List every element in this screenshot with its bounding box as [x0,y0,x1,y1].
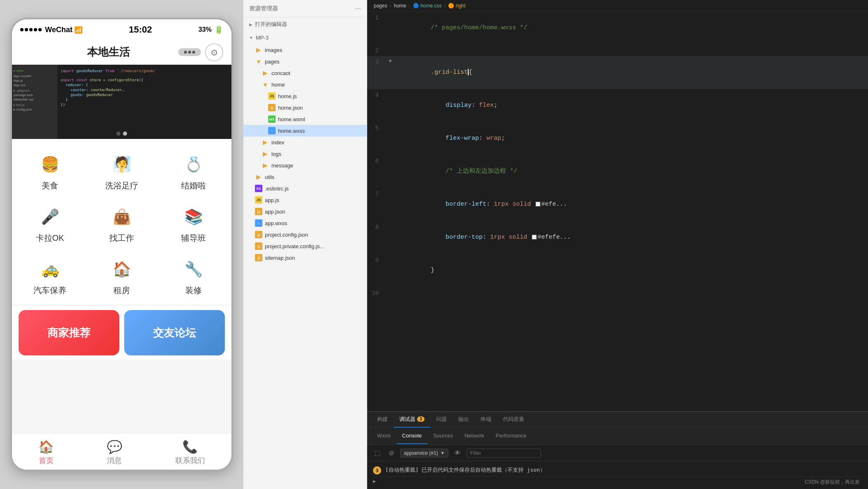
camera-button[interactable]: ⊙ [205,43,223,61]
tree-item-project-private[interactable]: {} project.private.config.js... [243,240,367,252]
opened-editors-triangle: ▶ [249,22,252,27]
banner-forum[interactable]: 交友论坛 [124,310,225,355]
eye-button[interactable]: 👁 [453,448,462,458]
header-actions[interactable]: ⊙ [178,43,223,61]
tree-item-eslint[interactable]: ES .eslintrc.js [243,183,367,194]
tree-item-pages[interactable]: ▼ pages [243,56,367,67]
tree-item-home-wxss[interactable]: ~ home.wxss [243,125,367,136]
breadcrumb-pages: pages [374,3,387,9]
nav-message[interactable]: 💬 消息 [107,440,122,465]
folder-icon-utils: ▶ [255,173,262,181]
json-icon-project-config: {} [255,231,262,238]
menu-label-spa: 洗浴足疗 [105,180,138,191]
context-label: appservice (#1) [404,450,438,456]
code-line-7: 7 border-left: 1rpx solid #efe... [367,188,868,221]
tab-problems[interactable]: 问题 [430,412,453,428]
project-config-label: project.config.json [265,232,308,238]
code-preview-carousel[interactable]: ▸ store App.counter App.js App.css ▸ .gi… [12,65,231,139]
line-num-4: 4 [367,89,387,100]
phone-simulator: WeChat 📶 15:02 33% 🔋 本地生活 ⊙ [0,0,243,489]
tree-item-app-json[interactable]: {} app.json [243,206,367,217]
block-button[interactable]: ⊘ [386,448,396,458]
tree-item-concaot[interactable]: ▶ concaot [243,67,367,79]
devtools-console: 3 [自动热重载] 已开启代码文件保存后自动热重载（不支持 json） ▶ [367,461,868,489]
menu-item-spa[interactable]: 🧖 洗浴足疗 [88,147,156,195]
console-arrow-1[interactable]: ▶ [373,477,862,486]
folder-icon-images: ▶ [255,46,262,54]
tree-item-message[interactable]: ▶ message [243,160,367,171]
folder-icon-logs: ▶ [262,150,269,158]
devtools-main-tabs: 构建 调试器 3 问题 输出 终端 代码质量 [367,412,868,428]
opened-editors-section[interactable]: ▶ 打开的编辑器 [243,17,367,31]
spa-icon: 🧖 [108,151,135,178]
more-button[interactable] [178,48,201,56]
subtab-performance[interactable]: Performance [490,428,532,444]
home-folder-label: home [271,82,285,88]
menu-item-decor[interactable]: 🔧 装修 [160,252,227,300]
subtab-sources[interactable]: Sources [427,428,459,444]
tree-item-logs[interactable]: ▶ logs [243,148,367,160]
tree-item-home-folder[interactable]: ▼ home [243,79,367,90]
file-tree-more-button[interactable]: ··· [355,4,361,13]
menu-item-karaoke[interactable]: 🎤 卡拉OK [16,200,84,248]
banner-merchant[interactable]: 商家推荐 [19,310,119,355]
tree-item-app-wxss[interactable]: ~ app.wxss [243,217,367,229]
subtab-sources-label: Sources [433,433,453,439]
tab-terminal[interactable]: 终端 [475,412,497,428]
tree-item-project-config[interactable]: {} project.config.json [243,229,367,240]
tab-build[interactable]: 构建 [371,412,394,428]
tree-item-index[interactable]: ▶ index [243,136,367,148]
menu-label-wedding: 结婚啦 [181,180,206,191]
tree-item-home-wxml[interactable]: WX home.wxml [243,113,367,125]
tree-item-app-js[interactable]: JS app.js [243,194,367,206]
code-sidebar-mini: ▸ store App.counter App.js App.css ▸ .gi… [12,65,57,139]
menu-label-job: 找工作 [109,233,134,244]
tree-item-images[interactable]: ▶ images [243,44,367,56]
tree-item-home-js[interactable]: JS home.js [243,90,367,102]
breadcrumb-sep-1: › [390,3,392,9]
devtools-container: 构建 调试器 3 问题 输出 终端 代码质量 [367,411,868,489]
line-content-10 [394,287,868,290]
home-wxml-label: home.wxml [278,116,305,122]
page-title: 本地生活 [87,45,130,59]
menu-item-rental[interactable]: 🏠 租房 [88,252,156,300]
nav-contact[interactable]: 📞 联系我们 [175,440,205,465]
file-tree-title: 资源管理器 [249,5,278,12]
menu-item-wedding[interactable]: 💍 结婚啦 [160,147,227,195]
menu-label-car: 汽车保养 [33,285,66,296]
code-line-3: 3 ▼ .grid-list{ [367,56,868,89]
tree-item-sitemap[interactable]: {} sitemap.json [243,252,367,263]
mp3-section[interactable]: ▼ MP-3 [243,31,367,44]
code-editor[interactable]: 1 /* pages/home/home.wxss */ 2 3 ▼ .grid… [367,12,868,411]
filter-input[interactable] [467,449,541,458]
context-selector[interactable]: appservice (#1) ▼ [400,449,448,458]
file-tree-panel: 资源管理器 ··· ▶ 打开的编辑器 ▼ MP-3 ▶ images ▼ pag… [243,0,367,489]
tab-code-quality[interactable]: 代码质量 [497,412,530,428]
breadcrumb-sep-3: › [444,3,446,9]
page-dot-1 [116,132,120,136]
tab-debugger[interactable]: 调试器 3 [394,412,430,428]
editor-breadcrumb: pages › home › 🔵 home.css › 🟠 right [367,0,868,12]
code-line-5: 5 flex-wrap: wrap; [367,122,868,155]
mp3-label: MP-3 [256,35,269,41]
menu-item-food[interactable]: 🍔 美食 [16,147,84,195]
mp3-triangle: ▼ [249,35,253,40]
menu-item-tutor[interactable]: 📚 辅导班 [160,200,227,248]
tree-item-home-json[interactable]: {} home.json [243,102,367,113]
tab-debugger-label: 调试器 [399,416,415,423]
subtab-wxml[interactable]: Wxml [371,428,396,444]
breadcrumb-right: 🟠 right [448,3,465,9]
menu-item-car[interactable]: 🚕 汽车保养 [16,252,84,300]
tab-output[interactable]: 输出 [453,412,475,428]
battery-icon: 🔋 [214,25,223,34]
nav-home[interactable]: 🏠 首页 [38,440,54,465]
menu-item-job[interactable]: 👜 找工作 [88,200,156,248]
json-icon-sitemap: {} [255,254,262,261]
subtab-performance-label: Performance [496,433,526,439]
tree-item-utils[interactable]: ▶ utils [243,171,367,183]
contact-nav-icon: 📞 [182,440,198,454]
json-icon-home: {} [268,104,276,111]
subtab-network[interactable]: Network [459,428,490,444]
inspect-button[interactable]: ⬚ [372,448,382,458]
subtab-console[interactable]: Console [396,428,428,444]
